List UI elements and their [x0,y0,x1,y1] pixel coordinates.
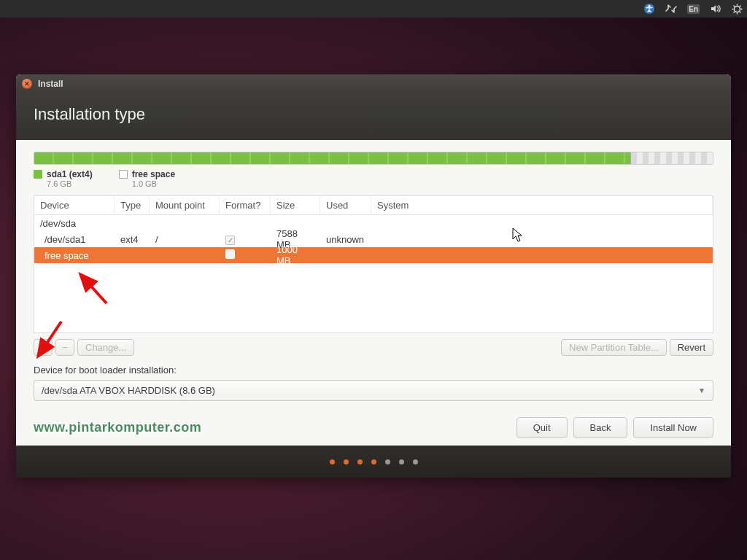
footer: www.pintarkomputer.com Quit Back Install… [34,401,713,446]
window-titlebar[interactable]: ✕ Install [16,74,731,93]
network-icon[interactable] [665,4,677,14]
page-dot[interactable] [371,459,376,464]
revert-button[interactable]: Revert [670,339,713,356]
quit-button[interactable]: Quit [516,417,568,438]
svg-point-1 [649,5,651,7]
chevron-down-icon: ▼ [698,386,705,394]
table-row[interactable]: /dev/sda1 ext4 / 7588 MB unknown [34,231,713,247]
page-dot[interactable] [385,459,390,464]
cursor-icon [512,228,524,244]
page-dot[interactable] [399,459,404,464]
page-title: Installation type [34,105,145,123]
slideshow-dots [16,446,731,478]
format-checkbox[interactable] [225,249,235,259]
table-header: Device Type Mount point Format? Size Use… [34,196,713,215]
watermark-text: www.pintarkomputer.com [34,420,511,435]
partition-usage-bar[interactable] [34,152,713,165]
new-partition-table-button[interactable]: New Partition Table... [561,339,667,356]
legend-swatch-green [34,170,42,179]
partition-toolbar: + − Change... New Partition Table... Rev… [34,339,713,356]
page-dot[interactable] [413,459,418,464]
bootloader-label: Device for boot loader installation: [34,365,713,376]
svg-line-9 [740,5,740,6]
format-checkbox[interactable] [225,236,235,245]
back-button[interactable]: Back [573,417,628,438]
legend-item-sda1: sda1 (ext4) 7.6 GB [34,169,93,188]
window-title: Install [38,79,63,89]
bootloader-select[interactable]: /dev/sda ATA VBOX HARDDISK (8.6 GB) ▼ [34,380,713,401]
partition-legend: sda1 (ext4) 7.6 GB free space 1.0 GB [34,169,713,188]
install-now-button[interactable]: Install Now [633,417,713,438]
add-partition-button[interactable]: + [34,339,53,356]
table-row[interactable]: /dev/sda [34,215,713,231]
change-partition-button[interactable]: Change... [77,339,134,356]
table-row[interactable]: free space 1000 MB [34,247,713,263]
top-panel: En [0,0,747,18]
page-dot[interactable] [357,459,363,464]
svg-line-8 [740,12,740,12]
partition-seg-sda1[interactable] [34,152,631,164]
page-dot[interactable] [330,459,335,464]
bootloader-value: /dev/sda ATA VBOX HARDDISK (8.6 GB) [42,385,215,396]
window-close-button[interactable]: ✕ [22,79,32,89]
partition-table[interactable]: Device Type Mount point Format? Size Use… [34,195,713,333]
page-dot[interactable] [344,459,349,464]
language-indicator[interactable]: En [687,4,700,14]
partition-seg-free[interactable] [631,152,713,164]
svg-line-10 [734,12,735,12]
accessibility-icon[interactable] [643,3,655,15]
svg-point-2 [735,6,740,12]
svg-line-7 [734,5,735,6]
page-header: Installation type [16,93,731,140]
legend-item-free: free space 1.0 GB [119,169,175,188]
remove-partition-button[interactable]: − [55,339,74,356]
system-menu-icon[interactable] [732,4,743,15]
legend-swatch-grey [119,170,128,179]
installer-window: ✕ Install Installation type sda1 (ext4) … [16,74,731,478]
volume-icon[interactable] [710,4,721,14]
